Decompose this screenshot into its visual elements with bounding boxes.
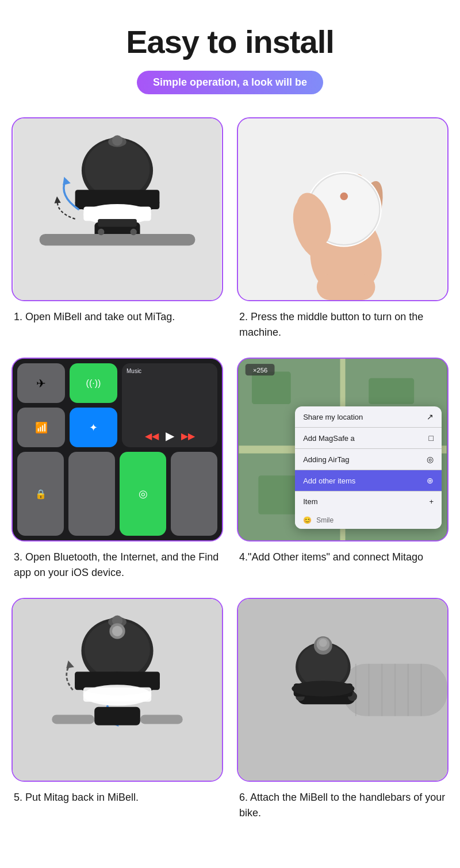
step-5: 5. Put Mitag back in MiBell. [12, 598, 223, 821]
step-3: ✈ 📶 ((·)) ✦ Music ◀◀ ▶ ▶▶ [12, 358, 223, 581]
svg-rect-54 [94, 707, 140, 725]
step-3-caption: 3. Open Bluetooth, the Internet, and the… [12, 550, 223, 581]
airtag-label: Adding AirTag [303, 455, 349, 464]
svg-rect-8 [83, 206, 151, 221]
control-center: ✈ 📶 ((·)) ✦ Music ◀◀ ▶ ▶▶ [13, 359, 222, 540]
cc-prev-icon: ◀◀ [145, 431, 159, 441]
svg-rect-21 [317, 274, 375, 300]
svg-point-74 [292, 681, 354, 696]
step-6-image [237, 598, 448, 782]
add-other-label: Add other items [303, 477, 355, 485]
step-5-caption: 5. Put Mitag back in MiBell. [12, 790, 141, 805]
cc-play-icon: ▶ [166, 429, 174, 443]
svg-rect-15 [98, 219, 137, 227]
cc-btn-4 [171, 452, 217, 536]
cc-btn-2 [68, 452, 115, 536]
smile-label: Smile [316, 516, 334, 524]
step-6-caption: 6. Attach the MiBell to the handlebars o… [237, 790, 448, 821]
item-label: Item [303, 497, 317, 506]
svg-point-4 [112, 135, 122, 145]
share-location-label: Share my location [303, 413, 363, 421]
step-3-image: ✈ 📶 ((·)) ✦ Music ◀◀ ▶ ▶▶ [12, 358, 223, 541]
share-location-icon: ↗ [427, 412, 434, 421]
svg-text:×256: ×256 [253, 367, 267, 374]
find-menu: Share my location ↗ Add MagSafe a □ Addi… [295, 406, 442, 529]
find-menu-airtag: Adding AirTag ◎ [295, 449, 442, 470]
step6-illustration [238, 598, 447, 782]
find-menu-add-other[interactable]: Add other items ⊕ [295, 470, 442, 491]
svg-point-24 [340, 193, 348, 201]
svg-rect-12 [40, 234, 195, 245]
step-4-image: ×256 S301 Share my location ↗ Add MagSaf… [237, 358, 448, 541]
steps-grid: 1. Open MiBell and take out MiTag. [12, 117, 448, 821]
svg-rect-55 [52, 715, 94, 724]
step1-illustration [13, 118, 222, 300]
step-2-image [237, 117, 448, 301]
airtag-icon: ◎ [427, 455, 434, 464]
svg-rect-31 [369, 378, 414, 404]
step-1-image [12, 117, 223, 301]
svg-rect-30 [252, 372, 291, 404]
magsafe-label: Add MagSafe a [303, 434, 355, 443]
step-6: 6. Attach the MiBell to the handlebars o… [237, 598, 448, 821]
cc-next-icon: ▶▶ [181, 431, 195, 441]
svg-point-13 [98, 229, 104, 235]
smile-emoji: 😊 [303, 516, 312, 524]
svg-point-47 [112, 626, 122, 636]
add-other-icon: ⊕ [427, 476, 434, 485]
step-2-caption: 2. Press the middle button to turn on th… [237, 309, 448, 340]
cc-cellular-btn: ((·)) [70, 363, 117, 403]
magsafe-icon: □ [429, 433, 434, 443]
cc-find-btn: ◎ [120, 452, 166, 536]
step-1-caption: 1. Open MiBell and take out MiTag. [12, 309, 177, 325]
cc-screen-lock-btn: 🔒 [17, 452, 64, 536]
step-1: 1. Open MiBell and take out MiTag. [12, 117, 223, 340]
svg-point-72 [319, 639, 327, 647]
step2-illustration [238, 118, 447, 300]
subtitle-badge: Simple operation, a look will be [137, 71, 323, 94]
step-2: 2. Press the middle button to turn on th… [237, 117, 448, 340]
item-plus-icon: + [429, 497, 434, 506]
svg-rect-51 [83, 687, 151, 701]
cc-airplane-btn: ✈ [17, 363, 65, 403]
find-smile-row: 😊 Smile [295, 512, 442, 529]
page-title: Easy to install [126, 23, 334, 60]
find-menu-magsafe: Add MagSafe a □ [295, 428, 442, 449]
step-5-image [12, 598, 223, 782]
cc-wifi-btn: 📶 [17, 408, 65, 447]
svg-point-2 [85, 140, 150, 198]
step-4-caption: 4."Add Other items" and connect Mitago [237, 550, 425, 565]
step5-illustration [13, 598, 222, 782]
svg-point-14 [131, 229, 137, 235]
cc-bluetooth-btn: ✦ [70, 408, 117, 447]
find-menu-item-row: Item + [295, 491, 442, 512]
find-menu-share-location: Share my location ↗ [295, 406, 442, 428]
cc-music-title: Music [126, 368, 213, 374]
cc-music-player: Music ◀◀ ▶ ▶▶ [122, 363, 217, 447]
svg-rect-56 [140, 715, 183, 724]
step-4: ×256 S301 Share my location ↗ Add MagSaf… [237, 358, 448, 581]
